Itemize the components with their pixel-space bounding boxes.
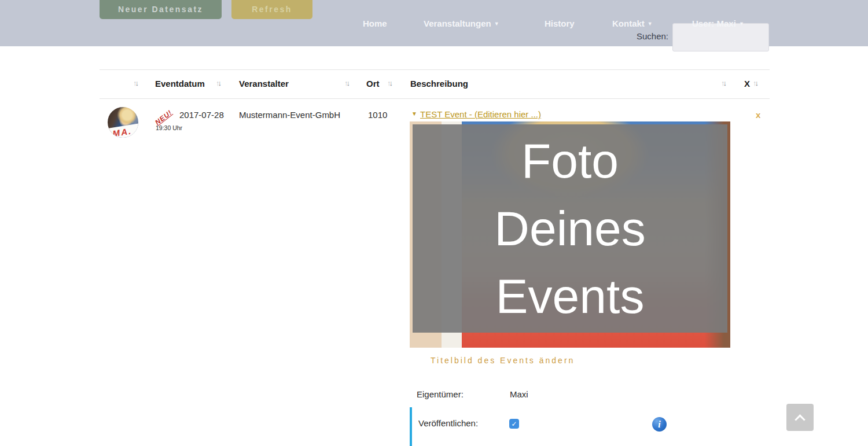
photo-overlay-line: Deines: [494, 195, 645, 263]
column-header-veranstalter[interactable]: Veranstalter: [239, 79, 289, 89]
nav-item-history[interactable]: History: [545, 19, 575, 28]
new-record-button[interactable]: Neuer Datensatz: [100, 0, 222, 19]
nav-item-kontakt[interactable]: Kontakt▼: [612, 19, 653, 28]
sort-down-icon: ↓: [389, 79, 392, 87]
ort-value: 1010: [368, 110, 387, 120]
sort-down-icon: ↓: [723, 79, 726, 87]
sort-control-ort[interactable]: ↑↓: [387, 79, 391, 87]
nav-label: Kontakt: [612, 19, 645, 28]
table-top-border: [100, 69, 770, 70]
event-date: 2017-07-28: [179, 110, 224, 120]
nav-item-home[interactable]: Home: [363, 19, 387, 28]
chevron-down-icon: ▼: [739, 21, 744, 27]
sort-control-x-left[interactable]: ↑↓: [721, 79, 725, 87]
nav-item-veranstaltungen[interactable]: Veranstaltungen▼: [424, 19, 499, 28]
avatar-sign-text: MA.: [108, 124, 138, 138]
publish-checkbox[interactable]: ✓: [509, 419, 519, 429]
photo-overlay-line: Foto: [521, 127, 619, 195]
column-header-x[interactable]: X: [744, 79, 750, 89]
sort-control-veranstalter[interactable]: ↑↓: [344, 79, 348, 87]
publish-label: Veröffentlichen:: [418, 418, 478, 428]
event-time: 19:30 Uhr: [156, 124, 182, 131]
search-label: Suchen:: [602, 31, 668, 41]
nav-item-user-menu[interactable]: User: Maxi▼: [692, 19, 744, 28]
column-header-ort[interactable]: Ort: [366, 79, 380, 89]
sort-down-icon: ↓: [135, 79, 138, 87]
table-header-border: [100, 98, 770, 99]
event-edit-link[interactable]: TEST Event - (Editieren hier ...): [420, 109, 541, 119]
sort-control-eventdatum[interactable]: ↑↓: [216, 79, 220, 87]
change-cover-image-link[interactable]: Titelbild des Events ändern: [431, 356, 575, 365]
nav-label: Home: [363, 19, 387, 28]
top-navigation-bar: Neuer Datensatz Refresh Home Veranstaltu…: [0, 0, 868, 46]
info-icon[interactable]: i: [652, 417, 667, 432]
sort-down-icon: ↓: [347, 79, 349, 87]
veranstalter-value: Mustermann-Event-GmbH: [239, 110, 340, 120]
sort-down-icon: ↓: [218, 79, 220, 87]
scroll-to-top-button[interactable]: [786, 404, 814, 431]
chevron-down-icon: ▼: [648, 21, 653, 27]
column-header-eventdatum[interactable]: Eventdatum: [155, 79, 205, 89]
sort-control-avatar-column[interactable]: ↑↓: [133, 79, 137, 87]
row-delete-button[interactable]: x: [756, 110, 760, 120]
nav-label: History: [545, 19, 575, 28]
event-cover-photo[interactable]: Foto Deines Events: [410, 121, 730, 348]
column-header-beschreibung[interactable]: Beschreibung: [410, 79, 468, 89]
owner-label: Eigentümer:: [417, 389, 464, 399]
refresh-button[interactable]: Refresh: [231, 0, 312, 19]
chevron-down-icon: ▼: [494, 21, 499, 27]
sort-control-x[interactable]: ↑↓: [753, 79, 757, 87]
page: Neuer Datensatz Refresh Home Veranstaltu…: [0, 0, 868, 446]
avatar: MA.: [108, 107, 138, 138]
chevron-up-icon: [795, 414, 805, 425]
nav-label: Veranstaltungen: [424, 19, 491, 28]
sort-down-icon: ↓: [755, 79, 757, 87]
photo-overlay-line: Events: [496, 263, 645, 330]
info-glyph: i: [658, 419, 660, 430]
nav-label: User: Maxi: [692, 19, 736, 28]
publish-row-accent-bar: [410, 407, 412, 446]
event-collapse-caret-icon[interactable]: ▼: [411, 110, 417, 117]
photo-placeholder-overlay: Foto Deines Events: [413, 124, 727, 333]
owner-value: Maxi: [510, 389, 528, 399]
check-icon: ✓: [511, 420, 517, 428]
